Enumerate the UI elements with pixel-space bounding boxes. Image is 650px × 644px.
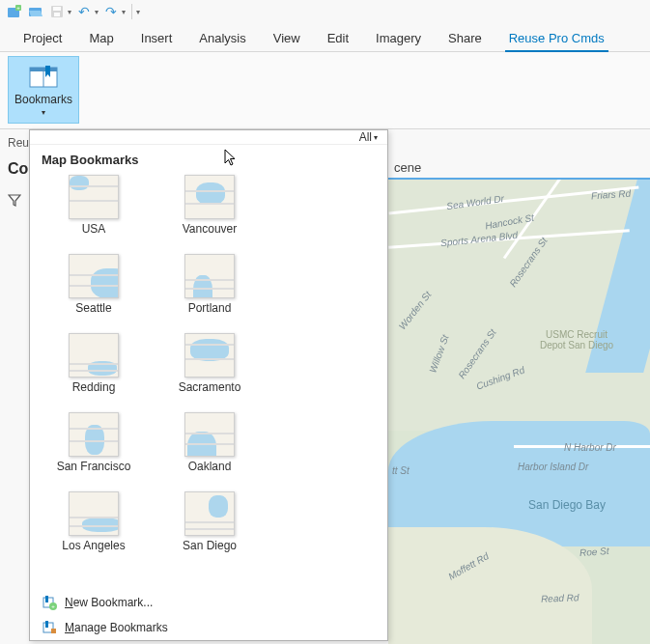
bookmark-thumbnail bbox=[69, 254, 119, 298]
tab-imagery[interactable]: Imagery bbox=[362, 25, 435, 51]
undo-dropdown-caret[interactable]: ▾ bbox=[95, 8, 99, 16]
map-street-label: USMC Recruit Depot San Diego bbox=[533, 329, 620, 350]
undo-icon[interactable]: ↶ bbox=[75, 3, 93, 20]
bookmarks-button[interactable]: Bookmarks ▾ bbox=[8, 56, 79, 124]
bookmark-label: Los Angeles bbox=[62, 540, 125, 552]
map-street-label: Roe St bbox=[579, 546, 609, 558]
bookmark-label: Sacramento bbox=[179, 381, 241, 394]
bookmark-item[interactable]: Los Angeles bbox=[36, 491, 152, 571]
bookmarks-section-title: Map Bookmarks bbox=[30, 145, 387, 171]
scene-tab-partial[interactable]: cene bbox=[394, 160, 421, 175]
svg-marker-4 bbox=[29, 11, 42, 16]
open-project-icon[interactable] bbox=[27, 3, 44, 20]
svg-marker-13 bbox=[9, 195, 20, 206]
bookmark-item[interactable]: Vancouver bbox=[152, 175, 268, 254]
map-street-label: Harbor Island Dr bbox=[518, 462, 588, 472]
bookmark-item[interactable]: San Diego bbox=[152, 491, 268, 571]
svg-text:+: + bbox=[16, 5, 20, 11]
bookmarks-filter-label: All bbox=[359, 130, 372, 144]
bookmark-item[interactable]: USA bbox=[36, 175, 152, 254]
svg-rect-7 bbox=[54, 13, 60, 16]
new-bookmark-action[interactable]: + New Bookmark... bbox=[30, 590, 387, 615]
dropdown-actions: + New Bookmark... Manage Bookmarks Expor… bbox=[30, 586, 387, 644]
bookmark-label: San Francisco bbox=[57, 461, 131, 473]
redo-icon[interactable]: ↷ bbox=[102, 3, 120, 20]
qat-separator bbox=[131, 4, 132, 19]
bookmarks-label: Bookmarks bbox=[14, 93, 72, 106]
map-street-label: N Harbor Dr bbox=[564, 442, 616, 453]
action-label: New Bookmark... bbox=[65, 596, 153, 609]
svg-rect-20 bbox=[51, 629, 56, 633]
tab-analysis[interactable]: Analysis bbox=[185, 25, 259, 51]
new-project-icon[interactable]: + bbox=[6, 3, 23, 20]
bookmark-thumbnail bbox=[184, 254, 235, 298]
ribbon: Bookmarks ▾ bbox=[0, 52, 650, 129]
bookmark-item[interactable]: Portland bbox=[152, 254, 268, 333]
bookmark-item[interactable]: Sacramento bbox=[152, 333, 268, 412]
map-street-label: Read Rd bbox=[541, 592, 579, 603]
bookmark-thumbnail bbox=[184, 175, 235, 219]
save-dropdown-caret[interactable]: ▾ bbox=[68, 8, 71, 16]
svg-text:+: + bbox=[51, 603, 55, 609]
map-view[interactable]: Friars RdSea World DrHancock StSports Ar… bbox=[388, 180, 650, 644]
bookmark-label: Oakland bbox=[188, 461, 232, 473]
bookmark-thumbnail bbox=[69, 333, 119, 378]
bookmark-label: Portland bbox=[188, 302, 232, 315]
contents-pane-title: Co bbox=[8, 160, 28, 178]
tab-project[interactable]: Project bbox=[10, 25, 75, 51]
bookmark-label: Seattle bbox=[75, 302, 111, 315]
tab-edit[interactable]: Edit bbox=[314, 25, 362, 51]
manage-bookmarks-action[interactable]: Manage Bookmarks bbox=[30, 615, 387, 640]
tab-insert[interactable]: Insert bbox=[127, 25, 186, 51]
bookmarks-filter[interactable]: All ▾ bbox=[30, 130, 387, 145]
bookmarks-dropdown: All ▾ Map Bookmarks USA Vancouver Seattl… bbox=[29, 129, 388, 641]
bookmark-thumbnail bbox=[69, 175, 119, 219]
bookmark-label: Vancouver bbox=[183, 223, 237, 236]
bookmark-thumbnail bbox=[184, 491, 235, 536]
svg-rect-19 bbox=[45, 621, 48, 628]
bookmark-item[interactable]: San Francisco bbox=[36, 412, 152, 491]
redo-dropdown-caret[interactable]: ▾ bbox=[122, 8, 126, 16]
action-label: Manage Bookmarks bbox=[65, 621, 168, 634]
svg-rect-15 bbox=[45, 596, 48, 602]
filter-icon[interactable] bbox=[8, 193, 21, 207]
new-bookmark-icon: + bbox=[42, 595, 57, 610]
bookmark-label: USA bbox=[82, 223, 106, 236]
tab-map[interactable]: Map bbox=[75, 25, 127, 51]
export-bookmarks-action[interactable]: Export Bookmarks... bbox=[30, 640, 387, 644]
bookmark-item[interactable]: Oakland bbox=[152, 412, 268, 491]
tab-share[interactable]: Share bbox=[435, 25, 495, 51]
save-icon[interactable] bbox=[48, 3, 66, 20]
bookmark-item[interactable]: Seattle bbox=[36, 254, 152, 333]
chevron-down-icon: ▾ bbox=[42, 108, 45, 117]
manage-bookmarks-icon bbox=[42, 620, 57, 635]
map-street-label: tt St bbox=[392, 465, 410, 476]
chevron-down-icon: ▾ bbox=[374, 133, 378, 142]
quick-access-toolbar: + ▾ ↶ ▾ ↷ ▾ ▾ bbox=[0, 0, 650, 23]
bookmark-thumbnail bbox=[184, 412, 235, 457]
ribbon-tab-strip: Project Map Insert Analysis View Edit Im… bbox=[0, 23, 650, 52]
bookmarks-icon bbox=[28, 64, 59, 91]
bookmark-thumbnail bbox=[184, 333, 235, 378]
bookmark-thumbnail bbox=[69, 412, 119, 457]
tab-view[interactable]: View bbox=[260, 25, 314, 51]
map-street-label: San Diego Bay bbox=[523, 498, 610, 512]
bookmarks-grid: USA Vancouver Seattle Portland Redding S… bbox=[30, 171, 387, 578]
bookmark-label: Redding bbox=[72, 381, 116, 394]
svg-rect-9 bbox=[30, 68, 57, 71]
svg-rect-6 bbox=[53, 7, 61, 11]
customize-qat-caret[interactable]: ▾ bbox=[136, 8, 140, 16]
bookmark-label: San Diego bbox=[183, 540, 237, 552]
bookmark-thumbnail bbox=[69, 491, 119, 536]
bookmark-item[interactable]: Redding bbox=[36, 333, 152, 412]
tab-reuse-pro-cmds[interactable]: Reuse Pro Cmds bbox=[495, 25, 618, 51]
